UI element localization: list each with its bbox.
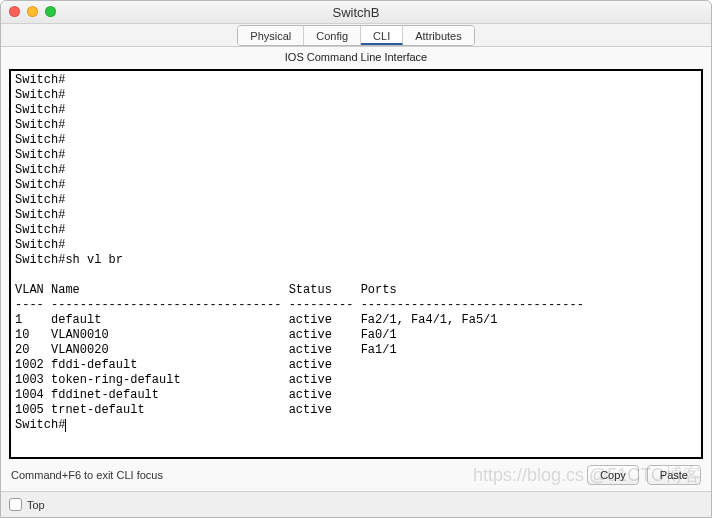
main-area: Switch# Switch# Switch# Switch# Switch# …	[1, 65, 711, 491]
titlebar: SwitchB	[1, 1, 711, 24]
tab-config[interactable]: Config	[304, 26, 361, 45]
term-line: Switch#	[15, 238, 65, 252]
window-title: SwitchB	[333, 5, 380, 20]
term-row: 1003 token-ring-default active	[15, 373, 361, 387]
term-row: 1005 trnet-default active	[15, 403, 361, 417]
minimize-icon[interactable]	[27, 6, 38, 17]
zoom-icon[interactable]	[45, 6, 56, 17]
term-row: 1002 fddi-default active	[15, 358, 361, 372]
text-cursor-icon	[65, 419, 66, 432]
button-row: Copy Paste	[587, 465, 701, 485]
term-row: 1 default active Fa2/1, Fa4/1, Fa5/1	[15, 313, 497, 327]
term-line: Switch#	[15, 208, 65, 222]
term-line: Switch#	[15, 148, 65, 162]
term-row: 10 VLAN0010 active Fa0/1	[15, 328, 397, 342]
term-divider: ---- -------------------------------- --…	[15, 298, 584, 312]
app-window: SwitchB Physical Config CLI Attributes I…	[0, 0, 712, 518]
copy-button[interactable]: Copy	[587, 465, 639, 485]
tab-attributes[interactable]: Attributes	[403, 26, 473, 45]
cli-sublabel: IOS Command Line Interface	[1, 47, 711, 65]
term-line: Switch#	[15, 73, 65, 87]
term-header: VLAN Name Status Ports	[15, 283, 397, 297]
tab-physical[interactable]: Physical	[238, 26, 304, 45]
term-line: Switch#	[15, 103, 65, 117]
below-terminal-bar: Command+F6 to exit CLI focus Copy Paste	[9, 459, 703, 491]
tabs-group: Physical Config CLI Attributes	[237, 25, 474, 46]
cli-terminal[interactable]: Switch# Switch# Switch# Switch# Switch# …	[9, 69, 703, 459]
close-icon[interactable]	[9, 6, 20, 17]
term-command: Switch#sh vl br	[15, 253, 123, 267]
term-line: Switch#	[15, 223, 65, 237]
term-line: Switch#	[15, 88, 65, 102]
tab-cli[interactable]: CLI	[361, 26, 403, 45]
top-checkbox-label: Top	[27, 499, 45, 511]
top-checkbox[interactable]	[9, 498, 22, 511]
footer-bar: Top	[1, 491, 711, 517]
tab-bar: Physical Config CLI Attributes	[1, 24, 711, 47]
traffic-lights	[9, 6, 56, 17]
term-line: Switch#	[15, 193, 65, 207]
term-row: 20 VLAN0020 active Fa1/1	[15, 343, 397, 357]
term-line: Switch#	[15, 163, 65, 177]
term-row: 1004 fddinet-default active	[15, 388, 361, 402]
term-line: Switch#	[15, 133, 65, 147]
term-line: Switch#	[15, 178, 65, 192]
cli-focus-hint: Command+F6 to exit CLI focus	[11, 469, 163, 481]
term-final-prompt: Switch#	[15, 418, 65, 432]
paste-button[interactable]: Paste	[647, 465, 701, 485]
term-line: Switch#	[15, 118, 65, 132]
